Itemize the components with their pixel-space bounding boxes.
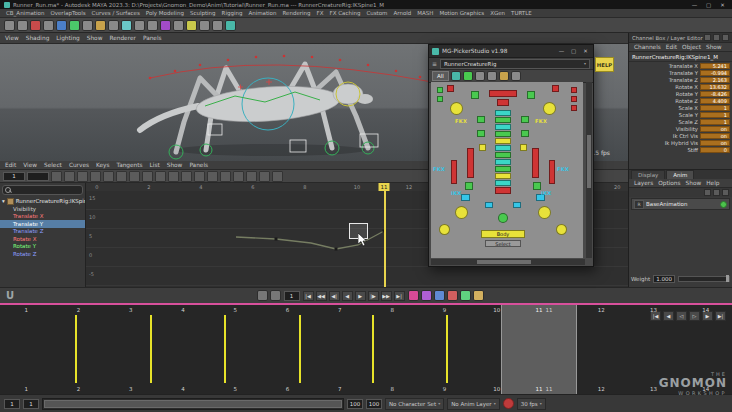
picker-button[interactable]: [455, 206, 468, 219]
viewport-menu-shading[interactable]: Shading: [26, 35, 50, 41]
picker-button[interactable]: [437, 87, 443, 93]
picker-button[interactable]: [556, 224, 567, 235]
ge-move-nearest-icon[interactable]: [51, 171, 62, 182]
weight-slider-thumb[interactable]: [726, 275, 729, 282]
graph-channel-visibility[interactable]: Visibility: [0, 205, 85, 213]
shelf-tab-cb-animation[interactable]: CB_Animation: [6, 10, 44, 16]
anim-end-field[interactable]: 100: [366, 399, 382, 409]
graph-search-field[interactable]: [2, 185, 83, 195]
move-layer-up-icon[interactable]: [722, 189, 729, 196]
shelf-tab-fx-caching[interactable]: FX Caching: [330, 10, 361, 16]
layer-tab-display[interactable]: Display: [631, 170, 665, 179]
channel-name[interactable]: Scale Y: [679, 112, 698, 118]
anim-layer-icon[interactable]: [160, 20, 171, 31]
ge-clamped-tangent-icon[interactable]: [116, 171, 127, 182]
ghost-icon[interactable]: [173, 20, 184, 31]
graph-stats-value-field[interactable]: [27, 172, 49, 181]
graph-menu-view[interactable]: View: [23, 162, 37, 168]
rotate-tool-icon[interactable]: [56, 20, 67, 31]
channel-name[interactable]: Scale Z: [678, 119, 698, 125]
play-forwards-button[interactable]: ▶: [355, 291, 366, 301]
tl-step-back-button[interactable]: ◀: [663, 311, 674, 321]
layer-menu-layers[interactable]: Layers: [634, 180, 653, 186]
shelf-tab-overlaptools[interactable]: OverlapTools: [50, 10, 85, 16]
picker-title-bar[interactable]: MG-PickerStudio v1.98 — ▢ ✕: [429, 45, 593, 58]
picker-window[interactable]: MG-PickerStudio v1.98 — ▢ ✕ ≡ RunnerCrea…: [428, 44, 594, 267]
picker-button[interactable]: [467, 148, 474, 178]
shelf-tab-arnold[interactable]: Arnold: [393, 10, 411, 16]
picker-button[interactable]: [495, 117, 511, 123]
picker-button[interactable]: [571, 105, 577, 111]
auto-key-icon[interactable]: [408, 290, 419, 301]
constraint-icon[interactable]: [199, 20, 210, 31]
picker-button[interactable]: [495, 110, 511, 116]
channel-value-field[interactable]: -8.426: [700, 91, 730, 97]
graph-tree-root[interactable]: ▾ RunnerCreatureRig:IKSpine1_M: [0, 197, 85, 205]
picker-body-button[interactable]: Body: [481, 230, 525, 238]
close-button[interactable]: ✕: [717, 2, 728, 8]
graph-menu-list[interactable]: List: [150, 162, 160, 168]
ge-spline-tangent-icon[interactable]: [103, 171, 114, 182]
graph-menu-keys[interactable]: Keys: [96, 162, 110, 168]
ge-lattice-icon[interactable]: [90, 171, 101, 182]
channel-value-field[interactable]: 0: [700, 147, 730, 153]
minimize-button[interactable]: —: [689, 2, 700, 8]
layer-mute-toggle[interactable]: R: [634, 200, 644, 209]
step-back-key-button[interactable]: ◀|: [329, 291, 340, 301]
step-back-frame-button[interactable]: ◀◀: [316, 291, 327, 301]
channelbox-menu-show[interactable]: Show: [706, 44, 722, 50]
maximize-button[interactable]: ▢: [703, 2, 714, 8]
picker-button[interactable]: [571, 96, 577, 102]
anim-snapshot-icon[interactable]: [421, 290, 432, 301]
tl-play-button[interactable]: ▷: [689, 311, 700, 321]
snap-time-icon[interactable]: [257, 290, 268, 301]
channel-value-field[interactable]: 4.409: [700, 98, 730, 104]
weight-value-field[interactable]: 1.000: [653, 275, 675, 283]
ge-free-weight-icon[interactable]: [233, 171, 244, 182]
picker-button[interactable]: [527, 91, 535, 99]
graph-menu-panels[interactable]: Panels: [189, 162, 208, 168]
snap-grid-icon[interactable]: [82, 20, 93, 31]
ge-swap-buffer-icon[interactable]: [194, 171, 205, 182]
picker-button[interactable]: [495, 166, 511, 172]
graph-menu-select[interactable]: Select: [44, 162, 62, 168]
picker-button[interactable]: [498, 213, 508, 223]
move-tool-icon[interactable]: [43, 20, 54, 31]
picker-button[interactable]: [552, 85, 559, 92]
channelbox-menu-object[interactable]: Object: [682, 44, 701, 50]
step-forward-frame-button[interactable]: ▶▶: [381, 291, 392, 301]
ge-flat-tangent-icon[interactable]: [142, 171, 153, 182]
picker-button[interactable]: [497, 99, 509, 106]
shelf-tab-rigging[interactable]: Rigging: [222, 10, 243, 16]
picker-button[interactable]: [521, 116, 529, 123]
tl-play-back-button[interactable]: ◁: [676, 311, 687, 321]
shelf-tab-custom[interactable]: Custom: [366, 10, 387, 16]
layer-tab-anim[interactable]: Anim: [666, 170, 694, 179]
picker-button[interactable]: [471, 91, 479, 99]
fps-dropdown[interactable]: 30 fps ▾: [517, 398, 546, 410]
picker-button[interactable]: [477, 130, 485, 137]
picker-button[interactable]: [495, 131, 511, 137]
picker-button[interactable]: [447, 85, 454, 92]
snap-curve-icon[interactable]: [95, 20, 106, 31]
ik-handle-icon[interactable]: [212, 20, 223, 31]
picker-mirror-icon[interactable]: [487, 71, 497, 81]
picker-maximize-button[interactable]: ▢: [569, 48, 578, 54]
picker-select-button[interactable]: Select: [485, 240, 521, 247]
shelf-tab-curves-surfaces[interactable]: Curves / Surfaces: [92, 10, 140, 16]
channel-name[interactable]: Translate X: [669, 63, 698, 69]
picker-button[interactable]: [543, 102, 556, 115]
picker-save-icon[interactable]: [451, 71, 461, 81]
picker-load-icon[interactable]: [463, 71, 473, 81]
channel-value-field[interactable]: -0.994: [700, 70, 730, 76]
motion-trail-icon[interactable]: [186, 20, 197, 31]
shelf-tab-mash[interactable]: MASH: [417, 10, 433, 16]
picker-button[interactable]: [495, 173, 511, 179]
layer-name[interactable]: BaseAnimation: [646, 201, 718, 207]
ge-curve-filter-icon[interactable]: [272, 171, 283, 182]
lasso-tool-icon[interactable]: [17, 20, 28, 31]
channel-object-name[interactable]: RunnerCreatureRig:IKSpine1_M: [629, 52, 732, 62]
snap-point-icon[interactable]: [108, 20, 119, 31]
channel-value-field[interactable]: 13.632: [700, 84, 730, 90]
playback-end-field[interactable]: 100: [347, 399, 363, 409]
